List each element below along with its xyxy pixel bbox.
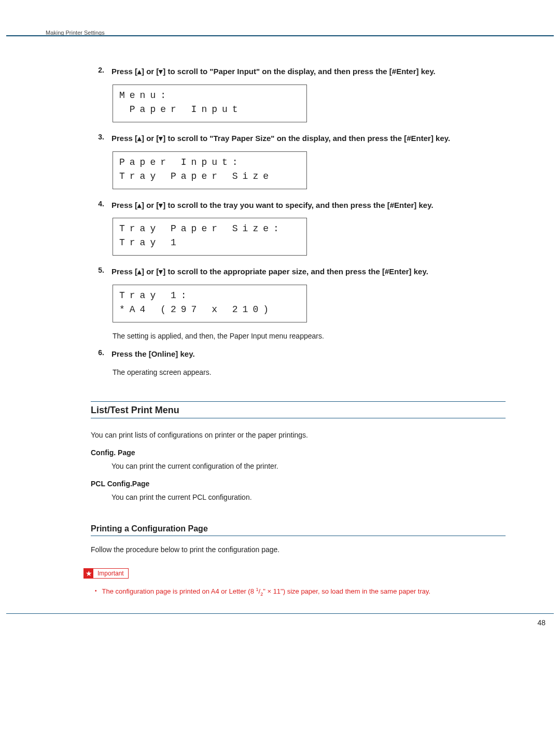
star-icon: ★ xyxy=(84,569,93,578)
step-2: 2 Press [▴] or [▾] to scroll to "Paper I… xyxy=(91,65,506,77)
step-number: 4 xyxy=(91,199,104,208)
body-content: 2 Press [▴] or [▾] to scroll to "Paper I… xyxy=(91,65,506,597)
important-bullet-text: The configuration page is printed on A4 … xyxy=(102,587,431,597)
lcd-display: Tray Paper Size: Tray 1 xyxy=(113,218,307,256)
step-number: 3 xyxy=(91,132,104,141)
step-5: 5 Press [▴] or [▾] to scroll to the appr… xyxy=(91,265,506,277)
important-text-post: " × 11") size paper, so load them in the… xyxy=(263,587,430,595)
step-number: 6 xyxy=(91,347,104,357)
term-pcl-config-page: PCL Config.Page xyxy=(91,480,506,488)
term-config-page: Config. Page xyxy=(91,448,506,457)
step-6: 6 Press the [Online] key. xyxy=(91,347,506,360)
lcd-line: *A4 (297 x 210) xyxy=(119,303,300,317)
step-text: Press the [Online] key. xyxy=(111,347,195,360)
lcd-line: Tray 1 xyxy=(119,236,300,250)
footer-rule xyxy=(6,613,554,614)
lcd-line: Tray 1: xyxy=(119,289,300,303)
step-number: 5 xyxy=(91,265,104,274)
bullet-icon: • xyxy=(95,588,97,594)
section-intro: You can print lists of configurations on… xyxy=(91,431,506,439)
lcd-line: Tray Paper Size xyxy=(119,170,300,184)
lcd-line: Tray Paper Size: xyxy=(119,222,300,236)
section-heading-list-test-print: List/Test Print Menu xyxy=(91,401,506,418)
lcd-display: Tray 1: *A4 (297 x 210) xyxy=(113,285,307,322)
step-result-note: The operating screen appears. xyxy=(113,368,506,376)
step-text: Press [▴] or [▾] to scroll to "Tray Pape… xyxy=(111,132,450,144)
step-text: Press [▴] or [▾] to scroll to "Paper Inp… xyxy=(111,65,436,77)
lcd-line: Paper Input: xyxy=(119,156,300,170)
step-3: 3 Press [▴] or [▾] to scroll to "Tray Pa… xyxy=(91,132,506,144)
lcd-display: Menu: Paper Input xyxy=(113,85,307,122)
step-4: 4 Press [▴] or [▾] to scroll to the tray… xyxy=(91,199,506,211)
fraction-numerator: 1 xyxy=(256,587,259,592)
term-desc: You can print the current PCL configurat… xyxy=(111,493,506,501)
step-text: Press [▴] or [▾] to scroll to the approp… xyxy=(111,265,428,277)
lcd-line: Menu: xyxy=(119,89,300,103)
page: Making Printer Settings 2 Press [▴] or [… xyxy=(0,0,560,745)
important-tag: ★ Important xyxy=(83,568,129,579)
term-desc: You can print the current configuration … xyxy=(111,462,506,470)
step-result-note: The setting is applied, and then, the Pa… xyxy=(113,332,506,340)
page-number: 48 xyxy=(537,619,545,627)
important-text-pre: The configuration page is printed on A4 … xyxy=(102,587,256,595)
step-text: Press [▴] or [▾] to scroll to the tray y… xyxy=(111,199,433,211)
step-number: 2 xyxy=(91,65,104,74)
subsection-intro: Follow the procedure below to print the … xyxy=(91,545,506,554)
important-label: Important xyxy=(93,570,128,577)
subsection-heading-printing-config-page: Printing a Configuration Page xyxy=(91,524,506,536)
header-rule xyxy=(6,35,554,36)
lcd-display: Paper Input: Tray Paper Size xyxy=(113,151,307,189)
important-bullet: • The configuration page is printed on A… xyxy=(95,587,506,597)
lcd-line: Paper Input xyxy=(119,103,300,117)
